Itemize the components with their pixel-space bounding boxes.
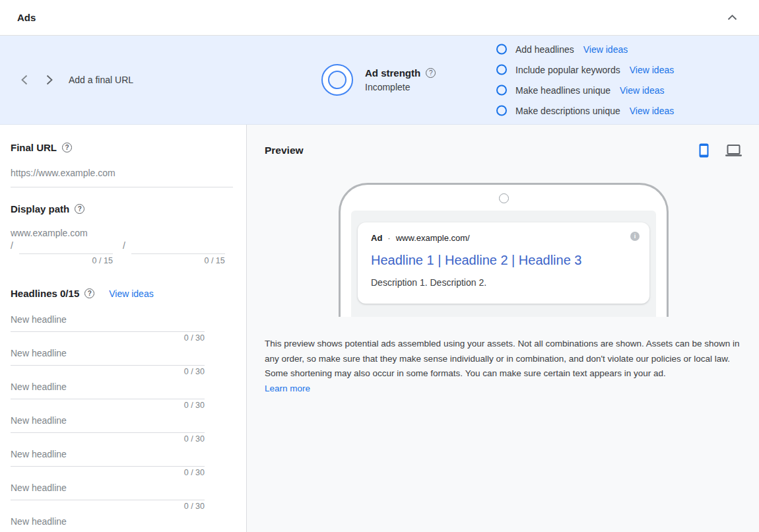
- chevron-right-icon: [46, 75, 53, 85]
- suggestion-row: Make descriptions unique View ideas: [496, 104, 674, 117]
- headline-char-counter: 0 / 30: [11, 502, 205, 511]
- laptop-icon: [725, 145, 742, 157]
- preview-title: Preview: [265, 145, 304, 156]
- ad-strength-gauge-icon: [321, 64, 353, 96]
- suggestion-row: Add headlines View ideas: [496, 43, 674, 56]
- view-ideas-link[interactable]: View ideas: [583, 44, 628, 55]
- suggestion-label: Include popular keywords: [515, 65, 620, 75]
- ads-editor: Ads Add a final URL Ad strength ?: [0, 0, 759, 532]
- headline-field: 0 / 30: [11, 313, 205, 343]
- path-slash: /: [11, 240, 13, 251]
- mobile-preview-button[interactable]: [699, 143, 709, 158]
- headlines-help-icon[interactable]: ?: [84, 288, 94, 298]
- suggestion-status-circle-icon[interactable]: [496, 85, 507, 96]
- view-ideas-link[interactable]: View ideas: [630, 106, 674, 116]
- phone-mockup-wrapper: Ad · www.example.com/ i Headline 1 | Hea…: [265, 183, 742, 317]
- ad-form-panel: Final URL ? Display path ? www.example.c…: [0, 125, 247, 532]
- desktop-preview-button[interactable]: [725, 145, 742, 157]
- ad-nav-label: Add a final URL: [69, 75, 133, 85]
- ad-display-url: www.example.com/: [396, 233, 470, 243]
- headlines-view-ideas-link[interactable]: View ideas: [109, 288, 153, 299]
- display-path-input[interactable]: [19, 240, 113, 254]
- ad-separator-dot: ·: [387, 233, 390, 243]
- collapse-section-button[interactable]: [727, 15, 737, 20]
- ad-strength-status: Incomplete: [365, 82, 436, 92]
- suggestion-status-circle-icon[interactable]: [496, 65, 507, 75]
- view-ideas-link[interactable]: View ideas: [630, 65, 674, 75]
- next-ad-button[interactable]: [45, 73, 54, 86]
- display-path-help-icon[interactable]: ?: [75, 204, 84, 214]
- final-url-label: Final URL: [11, 142, 57, 153]
- display-path-section-label: Display path ?: [11, 203, 233, 215]
- ad-strength-label: Ad strength: [365, 67, 420, 79]
- headline-input[interactable]: [11, 313, 205, 332]
- ad-strength-banner: Add a final URL Ad strength ? Incomplete…: [0, 36, 759, 125]
- ad-info-icon[interactable]: i: [630, 232, 640, 241]
- display-path-group: / 0 / 15: [11, 240, 113, 265]
- ad-badge: Ad: [371, 233, 382, 243]
- display-path-fields: / 0 / 15 / 0 / 15: [11, 240, 233, 265]
- headline-input[interactable]: [11, 380, 205, 399]
- headline-char-counter: 0 / 30: [11, 435, 205, 444]
- headline-char-counter: 0 / 30: [11, 401, 205, 410]
- headlines-label: Headlines 0/15: [11, 288, 79, 299]
- headline-input[interactable]: [11, 481, 205, 500]
- suggestion-status-circle-icon[interactable]: [496, 44, 507, 55]
- phone-screen: Ad · www.example.com/ i Headline 1 | Hea…: [351, 211, 656, 317]
- final-url-input[interactable]: [11, 166, 233, 187]
- suggestion-label: Make descriptions unique: [515, 106, 620, 116]
- headline-field: 0 / 30: [11, 448, 205, 477]
- suggestion-row: Make headlines unique View ideas: [496, 84, 674, 97]
- ad-preview-panel: Preview Ad: [247, 125, 759, 532]
- ad-preview-card: Ad · www.example.com/ i Headline 1 | Hea…: [358, 222, 649, 304]
- path-char-counter: 0 / 15: [131, 257, 225, 265]
- ad-headline-text: Headline 1 | Headline 2 | Headline 3: [371, 252, 636, 268]
- section-header: Ads: [0, 0, 759, 36]
- editor-content: Final URL ? Display path ? www.example.c…: [0, 125, 759, 532]
- learn-more-link[interactable]: Learn more: [265, 382, 310, 397]
- ad-strength-help-icon[interactable]: ?: [426, 68, 436, 78]
- smartphone-icon: [699, 143, 709, 158]
- phone-camera-icon: [499, 193, 509, 203]
- preview-header: Preview: [265, 143, 742, 158]
- path-char-counter: 0 / 15: [19, 257, 113, 265]
- preview-device-toggles: [699, 143, 742, 158]
- headline-input[interactable]: [11, 448, 205, 467]
- headline-input[interactable]: [11, 347, 205, 366]
- ad-description-text: Description 1. Description 2.: [371, 277, 636, 288]
- headline-input[interactable]: [11, 414, 205, 433]
- headline-field: 0 / 30: [11, 347, 205, 376]
- ad-strength-indicator: Ad strength ? Incomplete: [321, 64, 436, 96]
- chevron-up-icon: [727, 15, 737, 20]
- display-path-label: Display path: [11, 203, 69, 215]
- ad-strength-suggestions: Add headlines View ideas Include popular…: [496, 43, 674, 117]
- chevron-left-icon: [21, 75, 28, 85]
- ad-navigation: Add a final URL: [20, 73, 133, 86]
- headline-field: 0 / 30: [11, 515, 205, 532]
- headline-field: 0 / 30: [11, 414, 205, 444]
- path-slash: /: [123, 240, 125, 251]
- final-url-help-icon[interactable]: ?: [62, 143, 72, 152]
- suggestion-label: Make headlines unique: [515, 85, 610, 96]
- final-url-section-label: Final URL ?: [11, 142, 233, 153]
- page-title: Ads: [17, 12, 36, 23]
- headline-char-counter: 0 / 30: [11, 334, 205, 343]
- view-ideas-link[interactable]: View ideas: [620, 85, 664, 96]
- suggestion-label: Add headlines: [515, 44, 574, 55]
- headline-fields: 0 / 30 0 / 30 0 / 30 0 / 30: [11, 313, 233, 532]
- preview-disclaimer: This preview shows potential ads assembl…: [265, 337, 742, 396]
- suggestion-row: Include popular keywords View ideas: [496, 63, 674, 77]
- phone-mockup: Ad · www.example.com/ i Headline 1 | Hea…: [339, 183, 669, 317]
- headline-char-counter: 0 / 30: [11, 469, 205, 477]
- suggestion-status-circle-icon[interactable]: [496, 106, 507, 116]
- headline-field: 0 / 30: [11, 380, 205, 410]
- headline-char-counter: 0 / 30: [11, 368, 205, 376]
- headlines-section-header: Headlines 0/15 ? View ideas: [11, 288, 233, 299]
- headline-input[interactable]: [11, 515, 205, 532]
- headline-field: 0 / 30: [11, 481, 205, 511]
- previous-ad-button[interactable]: [20, 73, 29, 86]
- display-path-input[interactable]: [131, 240, 225, 254]
- display-path-base-url: www.example.com: [11, 228, 233, 238]
- display-path-group: / 0 / 15: [123, 240, 225, 265]
